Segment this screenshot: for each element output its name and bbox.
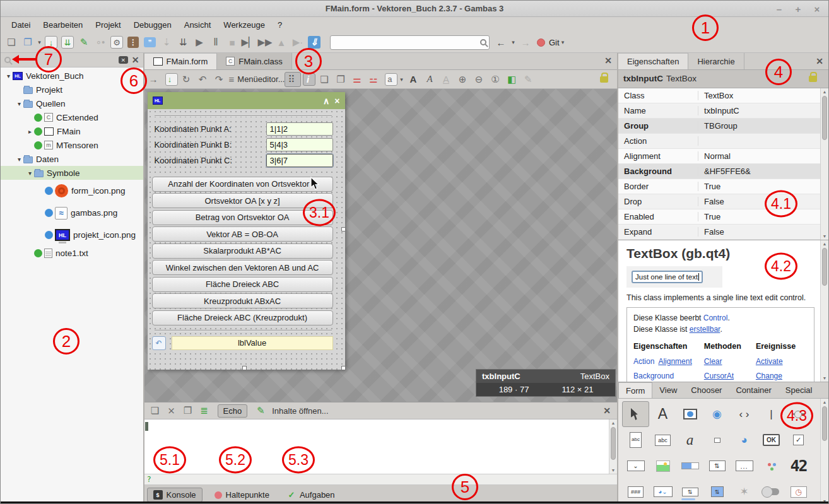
property-row[interactable]: Enabled True: [618, 209, 820, 225]
tab-hierarchie[interactable]: Hierarchie: [688, 53, 744, 69]
tool-picturebox[interactable]: [649, 453, 676, 479]
italic-button[interactable]: A: [423, 72, 439, 87]
new-file-button[interactable]: ❏: [3, 35, 20, 50]
filter-input[interactable]: [15, 56, 115, 64]
tree-item-vektoren-buch[interactable]: ▾ HL Vektoren_Buch: [1, 69, 143, 83]
save-all-button[interactable]: ⇊: [61, 36, 74, 49]
menu-item[interactable]: ?: [272, 19, 288, 31]
expander-icon[interactable]: ▾: [26, 170, 34, 177]
form-button[interactable]: Vektor AB = OB-OA: [152, 226, 333, 242]
tool-dateclock[interactable]: ◷: [785, 479, 812, 504]
bring-front-button[interactable]: ❏: [317, 72, 334, 87]
tree-item-projekt[interactable]: Projekt: [1, 83, 143, 97]
filter-clear-icon[interactable]: ⨯: [119, 56, 128, 64]
editor-close-icon[interactable]: ✕: [604, 56, 612, 66]
translate-button[interactable]: ◧: [505, 72, 521, 87]
help-link[interactable]: Change: [756, 370, 782, 382]
tab-fmain-class[interactable]: C FMain.class: [217, 53, 291, 69]
nav-back-dropdown[interactable]: ▾: [510, 35, 517, 50]
form-button[interactable]: Fläche Dreieck ABC (Kreuzprodukt): [152, 310, 333, 325]
help-link[interactable]: Activate: [756, 356, 783, 367]
toolbox-tab-form[interactable]: Form: [618, 382, 652, 398]
menu-item[interactable]: Projekt: [90, 19, 126, 31]
form-button[interactable]: Kreuzprodukt ABxAC: [152, 293, 333, 308]
toolbox-tab-chooser[interactable]: Chooser: [684, 382, 729, 398]
tool-progressbar[interactable]: [676, 453, 703, 479]
form-button[interactable]: Anzahl der Koordinaten von Ortsvektor A: [152, 177, 333, 192]
tool-lcdnumber[interactable]: 42: [785, 453, 812, 479]
form-button[interactable]: Ortsvektor OA [x y z]: [152, 193, 333, 208]
git-status-icon[interactable]: [537, 38, 545, 47]
tool-label[interactable]: A: [649, 401, 676, 427]
finish-button[interactable]: ▲: [273, 35, 290, 50]
tool-toolbutton[interactable]: ...: [731, 453, 758, 479]
tool-textlabel[interactable]: a: [676, 427, 703, 453]
console-scrollbar[interactable]: ▲▼: [609, 419, 617, 474]
resize-handle[interactable]: [341, 227, 346, 231]
tree-item-form-icon-png[interactable]: form_icon.png: [1, 180, 143, 202]
property-row[interactable]: Background &HF5FFE6&: [618, 164, 820, 179]
help-link[interactable]: Action: [633, 356, 654, 367]
tool-valuebox[interactable]: ◕⌄: [649, 479, 676, 504]
edit-contents-icon[interactable]: ✎: [252, 403, 269, 418]
form-button[interactable]: Skalarprodukt AB*AC: [152, 243, 333, 259]
console-tab-konsole[interactable]: $ Konsole: [147, 488, 203, 502]
expander-icon[interactable]: ▸: [26, 128, 34, 135]
resize-handle[interactable]: [341, 366, 346, 370]
tree-item-mtensoren[interactable]: m MTensoren: [1, 138, 143, 152]
grid-toggle[interactable]: ⠿: [285, 72, 301, 87]
deploy-button[interactable]: ⇓: [308, 36, 320, 49]
expander-icon[interactable]: ▾: [15, 156, 23, 163]
make-all-button[interactable]: ⇊: [175, 35, 191, 50]
menu-item[interactable]: Debuggen: [128, 19, 177, 31]
tool-slider[interactable]: [785, 401, 812, 427]
property-row[interactable]: Action: [618, 134, 820, 149]
align-vcenter-button[interactable]: ⚍: [367, 72, 383, 87]
close-button[interactable]: ×: [812, 4, 822, 15]
tool-spinner[interactable]: ✶: [731, 479, 758, 504]
tree-item-daten[interactable]: ▾ Daten: [1, 152, 143, 166]
refactor-button[interactable]: ∘•: [92, 35, 109, 50]
zoom-normal-button[interactable]: ①: [488, 72, 505, 87]
info-toggle[interactable]: i: [303, 73, 315, 86]
tree-item-fmain[interactable]: ▸ FMain: [1, 124, 143, 138]
toolbox-scrollbar[interactable]: ▲▼: [820, 399, 828, 504]
send-back-button[interactable]: ❐: [334, 72, 350, 87]
run-until-button[interactable]: ▶·: [290, 35, 306, 50]
zoom-out-button[interactable]: ⊖: [472, 72, 488, 87]
redo-button[interactable]: ↷: [213, 72, 229, 87]
tab-fmain-form[interactable]: FMain.form: [144, 53, 218, 69]
copy-output-button[interactable]: ❐: [180, 403, 196, 418]
nav-forward-button[interactable]: →: [520, 35, 531, 50]
tool-combobox[interactable]: ⌄: [622, 453, 649, 479]
nav-back-button[interactable]: ←: [496, 35, 506, 50]
text-prop-button[interactable]: a: [385, 73, 397, 86]
menu-item[interactable]: Ansicht: [179, 19, 217, 31]
tool-sliderbox[interactable]: ⇅: [676, 479, 703, 504]
tool-button[interactable]: OK: [758, 427, 785, 453]
step-button[interactable]: ▶▏: [240, 35, 257, 50]
help-scrollbar[interactable]: ▲▼: [820, 240, 828, 382]
tool-maskbox[interactable]: ###: [622, 479, 649, 504]
save-button[interactable]: ↓: [45, 36, 57, 49]
property-row[interactable]: Border True: [618, 179, 820, 194]
tree-item-symbole[interactable]: ▾ Symbole: [1, 166, 143, 180]
lock-icon[interactable]: [600, 76, 608, 83]
toolbox-tab-container[interactable]: Container: [729, 382, 778, 398]
form-button[interactable]: Fläche Dreieck ABC: [152, 277, 333, 292]
stop-button[interactable]: ■: [224, 35, 240, 50]
align-hcenter-button[interactable]: ⚌: [350, 72, 367, 87]
tool-embedder[interactable]: ◕: [731, 427, 758, 453]
form-button[interactable]: Betrag von Ortsvektor OA: [152, 210, 333, 225]
control-link[interactable]: Control: [703, 314, 728, 322]
tool-movieview[interactable]: [676, 401, 703, 427]
console-output[interactable]: ▲▼: [144, 419, 617, 474]
tree-item-gambas-png[interactable]: ≈ gambas.png: [1, 202, 143, 224]
text-prop-dropdown[interactable]: ▾: [399, 72, 406, 87]
minimize-button[interactable]: –: [774, 4, 784, 15]
console-close-icon[interactable]: ✕: [603, 406, 611, 416]
resize-handle[interactable]: [242, 366, 247, 370]
expander-icon[interactable]: ▾: [15, 100, 23, 107]
git-button[interactable]: Git: [549, 38, 560, 47]
property-row[interactable]: Expand False: [618, 225, 820, 240]
